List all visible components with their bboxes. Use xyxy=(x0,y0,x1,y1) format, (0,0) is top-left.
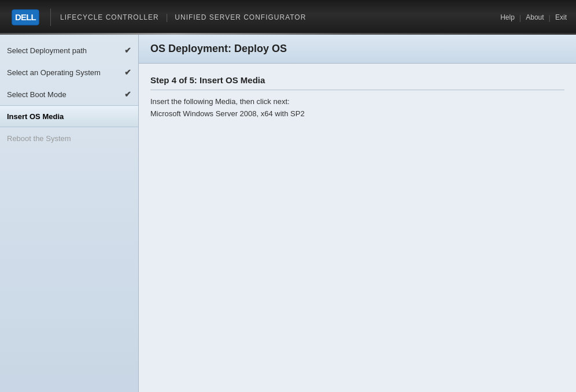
nav-sep1: | xyxy=(519,13,521,22)
header-divider2: | xyxy=(166,13,168,22)
sidebar-item-reboot-system: Reboot the System xyxy=(0,127,138,149)
sidebar-item-label: Select Boot Mode xyxy=(7,90,67,99)
sidebar-item-label: Select an Operating System xyxy=(7,68,101,77)
instruction-text: Insert the following Media, then click n… xyxy=(150,97,564,106)
about-link[interactable]: About xyxy=(526,13,544,21)
sidebar-item-select-boot-mode[interactable]: Select Boot Mode ✔ xyxy=(0,83,138,105)
app-header: DELL LIFECYCLE CONTROLLER | UNIFIED SERV… xyxy=(0,0,576,35)
content-header: OS Deployment: Deploy OS xyxy=(139,35,576,64)
step-title: Step 4 of 5: Insert OS Media xyxy=(150,75,564,90)
help-link[interactable]: Help xyxy=(500,13,515,21)
sidebar: Select Deployment path ✔ Select an Opera… xyxy=(0,35,139,392)
page-title: OS Deployment: Deploy OS xyxy=(150,43,287,54)
sidebar-item-select-deployment-path[interactable]: Select Deployment path ✔ xyxy=(0,39,138,61)
content-area: OS Deployment: Deploy OS Step 4 of 5: In… xyxy=(139,35,576,392)
app-subtitle-label: UNIFIED SERVER CONFIGURATOR xyxy=(175,13,306,21)
sidebar-item-select-os[interactable]: Select an Operating System ✔ xyxy=(0,61,138,83)
dell-logo: DELL xyxy=(9,6,41,28)
app-title-label: LIFECYCLE CONTROLLER xyxy=(60,13,159,21)
checkmark-2: ✔ xyxy=(124,90,131,99)
svg-text:DELL: DELL xyxy=(15,12,36,22)
sidebar-item-insert-os-media[interactable]: Insert OS Media xyxy=(0,105,138,127)
header-nav: Help | About | Exit xyxy=(500,13,567,22)
os-name-text: Microsoft Windows Server 2008, x64 with … xyxy=(150,109,564,118)
exit-link[interactable]: Exit xyxy=(555,13,567,21)
sidebar-item-label: Select Deployment path xyxy=(7,46,87,55)
sidebar-item-label: Reboot the System xyxy=(7,134,71,143)
nav-sep2: | xyxy=(549,13,551,22)
header-divider1 xyxy=(50,9,51,26)
checkmark-0: ✔ xyxy=(124,46,131,55)
checkmark-1: ✔ xyxy=(124,68,131,77)
sidebar-item-label: Insert OS Media xyxy=(7,112,64,121)
main-layout: Select Deployment path ✔ Select an Opera… xyxy=(0,35,576,392)
content-body: Step 4 of 5: Insert OS Media Insert the … xyxy=(139,64,576,130)
